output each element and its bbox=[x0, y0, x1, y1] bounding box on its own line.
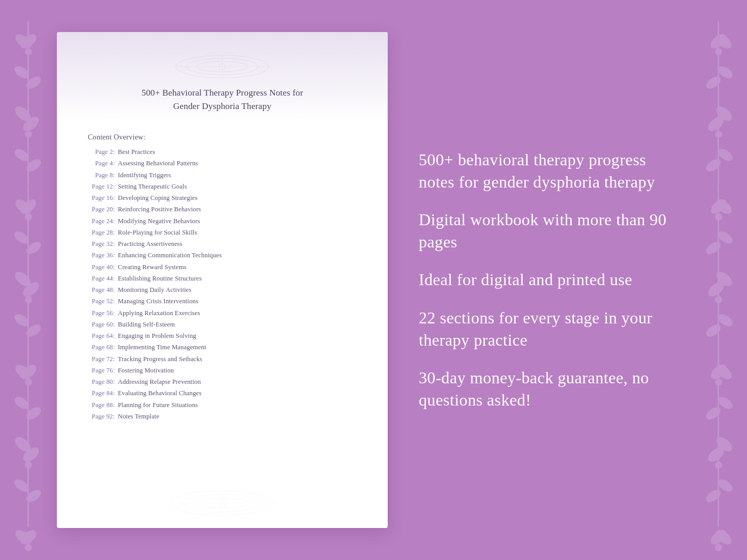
toc-item: Page 28:Role-Playing for Social Skills bbox=[88, 227, 357, 238]
toc-item: Page 2:Best Practices bbox=[88, 147, 357, 158]
toc-item: Page 68:Implementing Time Management bbox=[88, 342, 357, 353]
toc-item: Page 44:Establishing Routine Structures bbox=[88, 273, 357, 284]
doc-title-line2: Gender Dysphoria Therapy bbox=[173, 101, 271, 111]
feature-text-0: 500+ behavioral therapy progress notes f… bbox=[419, 149, 685, 193]
toc-item: Page 56:Applying Relaxation Exercises bbox=[88, 308, 357, 319]
document-card: 500+ Behavioral Therapy Progress Notes f… bbox=[57, 32, 388, 528]
doc-watermark-bottom bbox=[57, 484, 388, 528]
toc-list: Page 2:Best PracticesPage 4:Assessing Be… bbox=[88, 147, 357, 422]
content-overview-label: Content Overview: bbox=[88, 133, 357, 142]
toc-item: Page 60:Building Self-Esteem bbox=[88, 319, 357, 330]
toc-item: Page 8:Identifying Triggers bbox=[88, 170, 357, 181]
toc-item: Page 48:Monitoring Daily Activities bbox=[88, 285, 357, 295]
doc-title: 500+ Behavioral Therapy Progress Notes f… bbox=[88, 86, 357, 113]
main-content: 500+ Behavioral Therapy Progress Notes f… bbox=[0, 0, 747, 560]
toc-item: Page 16:Developing Coping Strategies bbox=[88, 193, 357, 204]
toc-item: Page 40:Creating Reward Systems bbox=[88, 262, 357, 273]
toc-item: Page 64:Engaging in Problem Solving bbox=[88, 331, 357, 341]
toc-item: Page 88:Planning for Future Situations bbox=[88, 400, 357, 411]
toc-item: Page 52:Managing Crisis Interventions bbox=[88, 296, 357, 307]
feature-text-3: 22 sections for every stage in your ther… bbox=[419, 307, 685, 351]
toc-item: Page 84:Evaluating Behavioral Changes bbox=[88, 388, 357, 399]
toc-item: Page 4:Assessing Behavioral Patterns bbox=[88, 158, 357, 169]
toc-item: Page 72:Tracking Progress and Setbacks bbox=[88, 354, 357, 365]
toc-item: Page 12:Setting Therapeutic Goals bbox=[88, 181, 357, 192]
toc-item: Page 76:Fostering Motivation bbox=[88, 365, 357, 376]
toc-item: Page 24:Modifying Negative Behaviors bbox=[88, 216, 357, 227]
toc-item: Page 80:Addressing Relapse Prevention bbox=[88, 377, 357, 387]
toc-item: Page 92:Notes Template bbox=[88, 411, 357, 422]
doc-body: Content Overview: Page 2:Best PracticesP… bbox=[57, 123, 388, 484]
feature-text-1: Digital workbook with more than 90 pages bbox=[419, 209, 685, 253]
feature-text-2: Ideal for digital and printed use bbox=[419, 269, 685, 291]
doc-header: 500+ Behavioral Therapy Progress Notes f… bbox=[57, 32, 388, 123]
feature-text-4: 30-day money-back guarantee, no question… bbox=[419, 367, 685, 411]
doc-title-line1: 500+ Behavioral Therapy Progress Notes f… bbox=[142, 88, 303, 98]
toc-item: Page 20:Reinforcing Positive Behaviors bbox=[88, 204, 357, 215]
toc-item: Page 32:Practicing Assertiveness bbox=[88, 239, 357, 250]
toc-item: Page 36:Enhancing Communication Techniqu… bbox=[88, 250, 357, 261]
right-content: 500+ behavioral therapy progress notes f… bbox=[419, 149, 716, 412]
